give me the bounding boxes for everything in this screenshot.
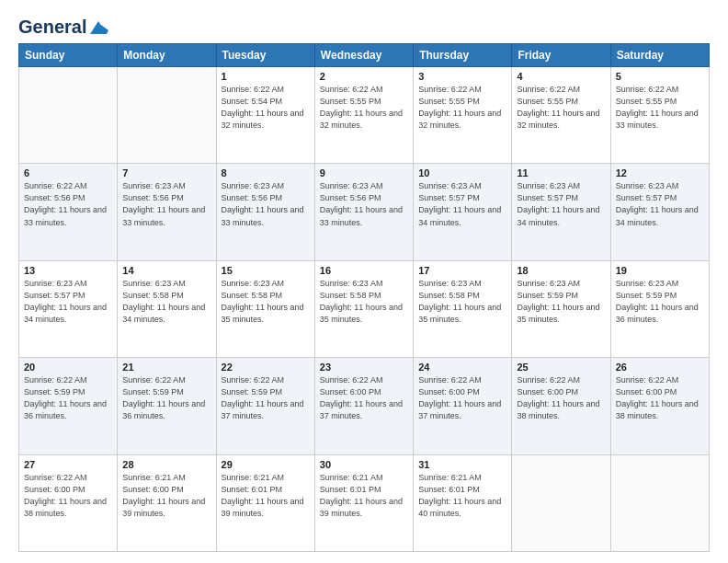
calendar-week-row: 20Sunrise: 6:22 AM Sunset: 5:59 PM Dayli… xyxy=(19,358,710,454)
day-info: Sunrise: 6:23 AM Sunset: 5:58 PM Dayligh… xyxy=(320,278,408,326)
calendar-cell: 30Sunrise: 6:21 AM Sunset: 6:01 PM Dayli… xyxy=(314,454,413,551)
calendar-cell: 22Sunrise: 6:22 AM Sunset: 5:59 PM Dayli… xyxy=(216,358,314,454)
day-number: 6 xyxy=(24,167,112,178)
day-info: Sunrise: 6:22 AM Sunset: 5:59 PM Dayligh… xyxy=(222,374,310,422)
logo: General xyxy=(18,17,108,34)
calendar-cell xyxy=(610,454,709,551)
day-info: Sunrise: 6:22 AM Sunset: 6:00 PM Dayligh… xyxy=(320,374,408,422)
day-number: 7 xyxy=(122,167,210,178)
calendar-cell: 18Sunrise: 6:23 AM Sunset: 5:59 PM Dayli… xyxy=(512,260,610,357)
calendar-cell: 11Sunrise: 6:23 AM Sunset: 5:57 PM Dayli… xyxy=(512,164,610,260)
day-info: Sunrise: 6:22 AM Sunset: 6:00 PM Dayligh… xyxy=(616,374,704,422)
day-number: 18 xyxy=(517,265,605,276)
day-number: 17 xyxy=(418,265,506,276)
calendar-cell: 23Sunrise: 6:22 AM Sunset: 6:00 PM Dayli… xyxy=(314,358,413,454)
day-info: Sunrise: 6:23 AM Sunset: 5:58 PM Dayligh… xyxy=(418,278,506,326)
day-number: 9 xyxy=(320,167,408,178)
day-number: 11 xyxy=(517,167,605,178)
calendar-cell: 14Sunrise: 6:23 AM Sunset: 5:58 PM Dayli… xyxy=(118,260,216,357)
day-info: Sunrise: 6:23 AM Sunset: 5:57 PM Dayligh… xyxy=(517,180,605,228)
day-info: Sunrise: 6:22 AM Sunset: 6:00 PM Dayligh… xyxy=(24,472,112,520)
day-info: Sunrise: 6:21 AM Sunset: 6:00 PM Dayligh… xyxy=(122,472,210,520)
day-number: 24 xyxy=(418,362,506,373)
day-number: 31 xyxy=(418,459,506,470)
day-info: Sunrise: 6:22 AM Sunset: 5:55 PM Dayligh… xyxy=(616,84,704,132)
day-number: 30 xyxy=(320,459,408,470)
day-header-saturday: Saturday xyxy=(610,44,709,67)
day-number: 8 xyxy=(222,167,310,178)
calendar-cell xyxy=(19,67,118,164)
calendar-cell xyxy=(118,67,216,164)
day-info: Sunrise: 6:22 AM Sunset: 5:54 PM Dayligh… xyxy=(222,84,310,132)
day-info: Sunrise: 6:23 AM Sunset: 5:58 PM Dayligh… xyxy=(222,278,310,326)
day-number: 2 xyxy=(320,71,408,82)
calendar-cell: 13Sunrise: 6:23 AM Sunset: 5:57 PM Dayli… xyxy=(19,260,118,357)
day-number: 27 xyxy=(24,459,112,470)
calendar-cell: 6Sunrise: 6:22 AM Sunset: 5:56 PM Daylig… xyxy=(19,164,118,260)
day-number: 16 xyxy=(320,265,408,276)
calendar-table: SundayMondayTuesdayWednesdayThursdayFrid… xyxy=(18,43,710,552)
calendar-week-row: 1Sunrise: 6:22 AM Sunset: 5:54 PM Daylig… xyxy=(19,67,710,164)
day-number: 15 xyxy=(222,265,310,276)
calendar-cell: 9Sunrise: 6:23 AM Sunset: 5:56 PM Daylig… xyxy=(314,164,413,260)
day-number: 12 xyxy=(616,167,704,178)
day-info: Sunrise: 6:21 AM Sunset: 6:01 PM Dayligh… xyxy=(418,472,506,520)
day-number: 10 xyxy=(418,167,506,178)
day-info: Sunrise: 6:21 AM Sunset: 6:01 PM Dayligh… xyxy=(222,472,310,520)
day-info: Sunrise: 6:23 AM Sunset: 5:59 PM Dayligh… xyxy=(616,278,704,326)
calendar-week-row: 27Sunrise: 6:22 AM Sunset: 6:00 PM Dayli… xyxy=(19,454,710,551)
day-info: Sunrise: 6:22 AM Sunset: 5:55 PM Dayligh… xyxy=(517,84,605,132)
day-number: 1 xyxy=(222,71,310,82)
day-info: Sunrise: 6:23 AM Sunset: 5:56 PM Dayligh… xyxy=(222,180,310,228)
calendar-week-row: 6Sunrise: 6:22 AM Sunset: 5:56 PM Daylig… xyxy=(19,164,710,260)
day-number: 28 xyxy=(122,459,210,470)
calendar-cell: 31Sunrise: 6:21 AM Sunset: 6:01 PM Dayli… xyxy=(414,454,512,551)
calendar-header-row: SundayMondayTuesdayWednesdayThursdayFrid… xyxy=(19,44,710,67)
day-info: Sunrise: 6:22 AM Sunset: 5:56 PM Dayligh… xyxy=(24,180,112,228)
day-info: Sunrise: 6:21 AM Sunset: 6:01 PM Dayligh… xyxy=(320,472,408,520)
day-header-sunday: Sunday xyxy=(19,44,118,67)
day-header-tuesday: Tuesday xyxy=(216,44,314,67)
day-number: 19 xyxy=(616,265,704,276)
calendar-cell: 3Sunrise: 6:22 AM Sunset: 5:55 PM Daylig… xyxy=(414,67,512,164)
day-number: 13 xyxy=(24,265,112,276)
day-number: 22 xyxy=(222,362,310,373)
day-info: Sunrise: 6:23 AM Sunset: 5:56 PM Dayligh… xyxy=(122,180,210,228)
page: General SundayMondayTuesdayWednesdayThur… xyxy=(0,0,728,563)
day-number: 25 xyxy=(517,362,605,373)
calendar-cell: 12Sunrise: 6:23 AM Sunset: 5:57 PM Dayli… xyxy=(610,164,709,260)
day-info: Sunrise: 6:22 AM Sunset: 5:59 PM Dayligh… xyxy=(122,374,210,422)
day-info: Sunrise: 6:23 AM Sunset: 5:57 PM Dayligh… xyxy=(24,278,112,326)
day-header-thursday: Thursday xyxy=(414,44,512,67)
calendar-cell: 26Sunrise: 6:22 AM Sunset: 6:00 PM Dayli… xyxy=(610,358,709,454)
calendar-cell: 2Sunrise: 6:22 AM Sunset: 5:55 PM Daylig… xyxy=(314,67,413,164)
day-info: Sunrise: 6:22 AM Sunset: 5:55 PM Dayligh… xyxy=(418,84,506,132)
calendar-cell xyxy=(512,454,610,551)
day-header-monday: Monday xyxy=(118,44,216,67)
day-number: 5 xyxy=(616,71,704,82)
day-header-friday: Friday xyxy=(512,44,610,67)
day-info: Sunrise: 6:22 AM Sunset: 5:59 PM Dayligh… xyxy=(24,374,112,422)
calendar-cell: 21Sunrise: 6:22 AM Sunset: 5:59 PM Dayli… xyxy=(118,358,216,454)
calendar-cell: 15Sunrise: 6:23 AM Sunset: 5:58 PM Dayli… xyxy=(216,260,314,357)
calendar-cell: 5Sunrise: 6:22 AM Sunset: 5:55 PM Daylig… xyxy=(610,67,709,164)
calendar-cell: 4Sunrise: 6:22 AM Sunset: 5:55 PM Daylig… xyxy=(512,67,610,164)
day-info: Sunrise: 6:22 AM Sunset: 6:00 PM Dayligh… xyxy=(418,374,506,422)
calendar-cell: 8Sunrise: 6:23 AM Sunset: 5:56 PM Daylig… xyxy=(216,164,314,260)
calendar-cell: 16Sunrise: 6:23 AM Sunset: 5:58 PM Dayli… xyxy=(314,260,413,357)
day-number: 14 xyxy=(122,265,210,276)
day-header-wednesday: Wednesday xyxy=(314,44,413,67)
header: General xyxy=(18,17,710,34)
day-info: Sunrise: 6:23 AM Sunset: 5:57 PM Dayligh… xyxy=(616,180,704,228)
day-info: Sunrise: 6:23 AM Sunset: 5:57 PM Dayligh… xyxy=(418,180,506,228)
day-number: 29 xyxy=(222,459,310,470)
calendar-cell: 17Sunrise: 6:23 AM Sunset: 5:58 PM Dayli… xyxy=(414,260,512,357)
calendar-cell: 19Sunrise: 6:23 AM Sunset: 5:59 PM Dayli… xyxy=(610,260,709,357)
day-number: 26 xyxy=(616,362,704,373)
logo-general: General xyxy=(18,17,86,38)
calendar-cell: 20Sunrise: 6:22 AM Sunset: 5:59 PM Dayli… xyxy=(19,358,118,454)
day-info: Sunrise: 6:23 AM Sunset: 5:59 PM Dayligh… xyxy=(517,278,605,326)
day-number: 3 xyxy=(418,71,506,82)
day-info: Sunrise: 6:22 AM Sunset: 6:00 PM Dayligh… xyxy=(517,374,605,422)
calendar-cell: 7Sunrise: 6:23 AM Sunset: 5:56 PM Daylig… xyxy=(118,164,216,260)
